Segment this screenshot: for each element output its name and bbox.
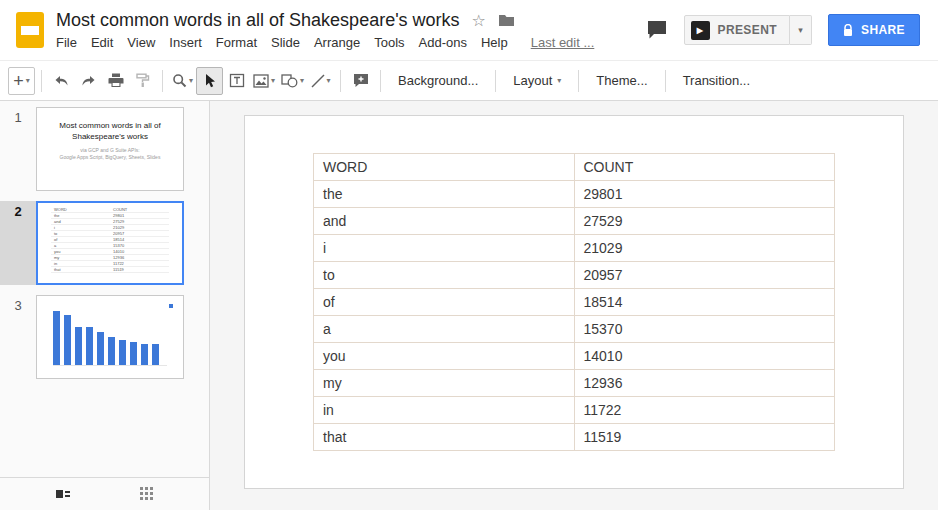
table-cell[interactable]: to [314,262,575,289]
table-row[interactable]: of18514 [314,289,835,316]
table-cell[interactable]: the [314,181,575,208]
table-cell[interactable]: 15370 [574,316,835,343]
grid-view-button[interactable] [132,483,162,505]
table-row[interactable]: a15370 [314,316,835,343]
transition-button[interactable]: Transition... [672,67,761,95]
mini-table-cell: 21029 [110,225,169,230]
table-cell[interactable]: 20957 [574,262,835,289]
mini-table-cell: my [51,255,110,260]
star-icon[interactable]: ☆ [472,11,486,30]
table-cell[interactable]: i [314,235,575,262]
shape-icon [281,74,298,88]
slide-canvas[interactable]: WORD COUNT the29801and27529i21029to20957… [244,115,904,489]
share-label: SHARE [861,23,905,37]
table-row[interactable]: to20957 [314,262,835,289]
redo-button[interactable] [75,67,102,95]
bar [53,311,60,365]
table-cell[interactable]: 18514 [574,289,835,316]
word-count-table[interactable]: WORD COUNT the29801and27529i21029to20957… [313,153,835,451]
word-table-body: the29801and27529i21029to20957of18514a153… [314,181,835,451]
background-button[interactable]: Background... [387,67,489,95]
table-row[interactable]: that11519 [314,424,835,451]
table-row[interactable]: i21029 [314,235,835,262]
folder-icon[interactable] [498,14,515,27]
present-button[interactable]: ▶ PRESENT [684,15,790,45]
table-cell[interactable]: in [314,397,575,424]
menu-arrange[interactable]: Arrange [307,35,367,50]
menu-edit[interactable]: Edit [84,35,120,50]
layout-button[interactable]: Layout ▾ [502,67,572,95]
mini-table-cell: 15370 [110,243,169,248]
undo-button[interactable] [48,67,75,95]
print-button[interactable] [102,67,129,95]
plus-icon: + [13,72,24,90]
new-slide-button[interactable]: + ▾ [8,67,35,95]
slides-logo-icon[interactable] [16,12,44,48]
table-row[interactable]: you14010 [314,343,835,370]
mini-table-cell: a [51,243,110,248]
table-cell[interactable]: of [314,289,575,316]
table-cell[interactable]: and [314,208,575,235]
table-cell[interactable]: 27529 [574,208,835,235]
table-row[interactable]: my12936 [314,370,835,397]
menu-file[interactable]: File [56,35,84,50]
paint-format-button[interactable] [129,67,156,95]
menu-format[interactable]: Format [209,35,264,50]
lock-icon [843,24,853,37]
title-row: Most common words in all of Shakespeare'… [56,10,646,31]
chevron-down-icon: ▾ [271,76,275,85]
document-title[interactable]: Most common words in all of Shakespeare'… [56,10,460,31]
table-row[interactable]: the29801 [314,181,835,208]
count-header-cell[interactable]: COUNT [574,154,835,181]
menu-addons[interactable]: Add-ons [412,35,474,50]
comments-icon[interactable] [646,20,668,40]
table-cell[interactable]: 11722 [574,397,835,424]
last-edit-link[interactable]: Last edit ... [531,35,595,50]
mini-table-cell: 27529 [110,219,169,224]
slide-3-thumbnail[interactable] [36,295,184,379]
mini-table-cell: the [51,213,110,218]
chevron-down-icon: ▾ [300,76,304,85]
menu-slide[interactable]: Slide [264,35,307,50]
chevron-down-icon: ▾ [26,76,30,85]
table-cell[interactable]: 12936 [574,370,835,397]
insert-comment-button[interactable] [347,67,374,95]
menu-view[interactable]: View [120,35,162,50]
line-icon [311,74,325,88]
table-cell[interactable]: my [314,370,575,397]
insert-shape-button[interactable]: ▾ [278,67,307,95]
table-cell[interactable]: 21029 [574,235,835,262]
bar [97,332,104,365]
insert-line-button[interactable]: ▾ [307,67,334,95]
present-dropdown-button[interactable]: ▾ [790,15,812,45]
table-row[interactable]: in11722 [314,397,835,424]
menu-help[interactable]: Help [474,35,515,50]
text-box-button[interactable] [223,67,250,95]
bar [152,344,159,365]
thumbnail-title-text: Most common words in all of Shakespeare'… [37,121,183,143]
table-cell[interactable]: that [314,424,575,451]
table-cell[interactable]: a [314,316,575,343]
slide-2-thumbnail-selected[interactable]: WORDCOUNTthe29801and27529i21029to20957of… [36,201,184,285]
zoom-icon [172,73,187,88]
filmstrip-view-button[interactable] [47,483,79,505]
table-cell[interactable]: 29801 [574,181,835,208]
slide-1-thumbnail[interactable]: Most common words in all of Shakespeare'… [36,107,184,191]
table-cell[interactable]: 14010 [574,343,835,370]
table-header-row: WORD COUNT [314,154,835,181]
slide-row-1: 1 Most common words in all of Shakespear… [0,107,209,191]
mini-table-cell: i [51,225,110,230]
mini-table-cell: WORD [51,207,110,212]
theme-button[interactable]: Theme... [585,67,658,95]
menu-insert[interactable]: Insert [162,35,209,50]
table-cell[interactable]: you [314,343,575,370]
menu-tools[interactable]: Tools [367,35,411,50]
table-row[interactable]: and27529 [314,208,835,235]
zoom-button[interactable]: ▾ [169,67,196,95]
share-button[interactable]: SHARE [828,14,920,46]
table-cell[interactable]: 11519 [574,424,835,451]
select-tool-button[interactable] [196,67,223,95]
insert-image-button[interactable]: ▾ [250,67,278,95]
word-header-cell[interactable]: WORD [314,154,575,181]
thumbnail-subtitle-line2: Google Apps Script, BigQuery, Sheets, Sl… [37,154,183,162]
